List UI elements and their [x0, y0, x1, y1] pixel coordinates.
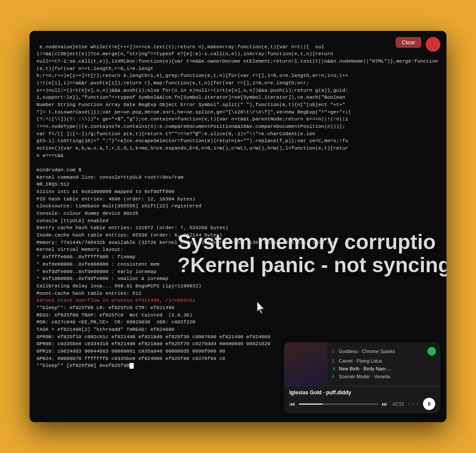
- terminal-window: e.nodeValue}else while(t=e[r++])n+=ce.te…: [30, 31, 446, 422]
- list-item[interactable]: 1 Goddess · Chrome Sparks: [332, 346, 436, 357]
- progress-bar[interactable]: [299, 403, 378, 405]
- vmem3: * 0xfddfe000..0xfde00000 : early ioremap: [36, 269, 156, 274]
- xilinx-line: Xilinx intc at 0x81800000 mapped to 0xfd…: [36, 189, 174, 194]
- code-line: !==n.nodeType||(e.contains?e.contains(n)…: [36, 123, 345, 129]
- track-name: Szemér Modér · Venetia: [339, 374, 436, 379]
- next-button[interactable]: ⏭: [382, 400, 388, 407]
- terminal-body: e.nodeValue}else while(t=e[r++])n+=ce.te…: [30, 31, 446, 422]
- code-line: null==t?-1:se.call(t,e)},isXMLDoc:functi…: [36, 58, 438, 71]
- gpr08: GPR08: c0335be8 c0334318 ef821490 ef8218…: [36, 341, 270, 346]
- bleep1: **bleep**: ef825f90 LR: ef825fc0 CTR: ef…: [36, 305, 174, 310]
- vmem1: * 0xffffe000..0xfffff000 : fixmap: [36, 254, 136, 260]
- track-number: 2: [332, 359, 339, 363]
- track-list: 1 Goddess · Chrome Sparks 2 Camel · Flyi…: [327, 342, 440, 386]
- code-line: l!=&&(c(Object(e))?ce.merge(n,"string"==…: [36, 51, 333, 57]
- playback-controls: ⏮ ⏭ -02:53 ··· ⏸: [289, 398, 435, 410]
- console2-line: console [ttyUL0] enabled: [36, 218, 109, 223]
- code-line: o++)null!=(i=t(e[o],o,n))&&a.push(i);els…: [36, 87, 348, 93]
- list-item[interactable]: 2 Camel · Flying Lotus: [332, 357, 436, 365]
- inode-line: Inode-cache hash table entries: 65536 (o…: [36, 232, 222, 238]
- code-line: n e===t&&: [36, 153, 63, 158]
- close-button[interactable]: [426, 37, 440, 52]
- irq-line: NR_IRQS:512: [36, 181, 69, 187]
- code-line: nction(){var e,b,w,o,a,T,r,C,d,i,k=me,S=…: [36, 145, 348, 151]
- kernel-cmd: Kernel command line: console=ttyUL0 root…: [36, 174, 183, 180]
- code-line: (?:^|[\\])(?: :\\))"+ ge+"+$","g");ce.co…: [36, 116, 348, 122]
- terminal-content: e.nodeValue}else while(t=e[r++])n+=ce.te…: [36, 36, 440, 377]
- spotify-logo-icon: [427, 347, 436, 356]
- code-line: "]= t.toLowerCase()});var pe=oe.pop,de=o…: [36, 109, 351, 115]
- code-line: 1,support:le}),"function"==typeof Symbol…: [36, 94, 345, 100]
- code-line: var f=/([ ]|[^-])/g;function p(e,t){retu…: [36, 131, 315, 137]
- vmem2: * 0xfde00000..0xfe000000 : consistent me…: [36, 261, 159, 267]
- regs-line: REGS: ef825f00 TRAP: ef825fc0 Not tainte…: [36, 312, 192, 318]
- task-line: TASK = ef821490[2] "kthreadd" THREAD: ef…: [36, 326, 174, 332]
- console-line: Console: colour dummy device 80x25: [36, 210, 139, 216]
- track-name: New Birth · Birdy Nam ...: [339, 366, 436, 371]
- pid-line: PID hash table entries: 4096 (order: 12,…: [36, 196, 195, 202]
- prev-button[interactable]: ⏮: [289, 400, 295, 407]
- gpr16: GPR16: 10624dd3 00044b83 00000001 c035a0…: [36, 348, 225, 354]
- more-options[interactable]: ···: [407, 400, 420, 407]
- pause-icon: ⏸: [332, 366, 339, 371]
- panic-error-line: Kernel stack overflow in process ef82149…: [36, 297, 195, 303]
- code-line: gth-1).toString(16)+" ":"}"+e}ce.escapeS…: [36, 138, 348, 143]
- progress-fill: [299, 403, 323, 405]
- bleep2: **bleep** [ef825f90] 0xef825f90: [36, 363, 134, 368]
- time-remaining: -02:53: [391, 402, 403, 406]
- blank-line: [36, 160, 40, 165]
- prompt-line: mindrudan.com $: [36, 167, 82, 173]
- vmem-header: Kernel virtual memory layout:: [36, 246, 123, 252]
- spotify-top: 1 Goddess · Chrome Sparks 2 Camel · Flyi…: [284, 342, 440, 386]
- mount-line: Mount-cache hash table entries: 512: [36, 290, 142, 296]
- clock-line: clocksource: timebase mult[d55555] shift…: [36, 203, 202, 209]
- code-line: Number String Function Array Date RegExp…: [36, 102, 345, 107]
- pause-play-button[interactable]: ⏸: [423, 398, 435, 410]
- memory-line: Memory: 774144k/786432k available (3272k…: [36, 240, 336, 245]
- track-number: 4: [332, 374, 339, 379]
- list-item[interactable]: ⏸ New Birth · Birdy Nam ...: [332, 365, 436, 373]
- vmem4: * 0xf1000000..0xfddfe000 : vmalloc & ior…: [36, 276, 169, 281]
- clear-button[interactable]: Clear: [396, 37, 421, 48]
- code-line: )!t(e[i],i)==a&&r.push(e[i]);return r},m…: [36, 80, 309, 86]
- code-line: h;r<n;r++)e[i++]=t[r];return e.length=i,…: [36, 73, 348, 78]
- track-name: Goddess · Chrome Sparks: [339, 349, 426, 354]
- spotify-widget: 1 Goddess · Chrome Sparks 2 Camel · Flyi…: [284, 342, 440, 413]
- track-number: 1: [332, 349, 339, 354]
- spotify-controls-area: Iglesias Gold · puff.diddy ⏮ ⏭ -02:53 ··…: [284, 386, 440, 413]
- code-line: e.nodeValue}else while(t=e[r++])n+=ce.te…: [36, 44, 324, 50]
- now-playing-title: Iglesias Gold · puff.diddy: [289, 390, 435, 396]
- gpr24: GPR24: 00000078 fffffffb c0335be8 ef8240…: [36, 356, 225, 361]
- list-item[interactable]: 4 Szemér Modér · Venetia: [332, 373, 436, 380]
- calib-line: Calibrating delay loop... 598.01 BogoMIP…: [36, 283, 202, 289]
- track-name: Camel · Flying Lotus: [339, 358, 436, 363]
- msr-line: MSR: c027c048 <EE,PR,CE> CR: 00029030 XE…: [36, 319, 195, 325]
- album-art: [284, 342, 327, 386]
- dentry-line: Dentry cache hash table entries: 131072 …: [36, 225, 228, 230]
- gpr00: GPR00: ef825f10 c002cb1c ef821490 ef8218…: [36, 334, 270, 340]
